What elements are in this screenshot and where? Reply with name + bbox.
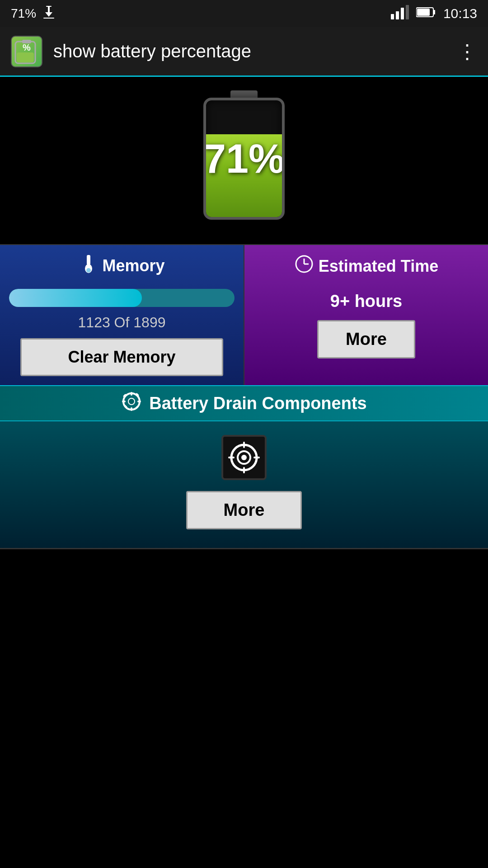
two-column-section: Memory 1123 Of 1899 Clear Memory Estimat… (0, 244, 488, 385)
svg-point-17 (86, 268, 91, 273)
svg-rect-10 (417, 9, 430, 16)
svg-rect-26 (122, 401, 126, 402)
drain-content: More (0, 421, 488, 548)
svg-rect-7 (406, 5, 409, 19)
svg-rect-6 (401, 8, 404, 19)
clear-memory-button[interactable]: Clear Memory (20, 338, 223, 376)
svg-marker-2 (45, 12, 52, 17)
estimated-label: Estimated Time (319, 257, 438, 276)
svg-rect-1 (48, 6, 50, 13)
estimated-time: 9+ hours (330, 292, 402, 311)
memory-label: Memory (102, 256, 164, 275)
memory-progress-fill (9, 289, 142, 307)
download-icon (42, 5, 56, 23)
app-icon: % (11, 36, 42, 67)
signal-icon (391, 5, 409, 23)
svg-rect-5 (396, 11, 399, 19)
brush-icon (79, 254, 98, 277)
svg-rect-25 (131, 407, 132, 411)
svg-rect-3 (43, 18, 54, 19)
memory-panel: Memory 1123 Of 1899 Clear Memory (0, 245, 244, 385)
clock-icon (294, 254, 314, 278)
battery-display: 71% (0, 77, 488, 244)
drain-header-label: Battery Drain Components (149, 394, 366, 413)
time-display: 10:13 (443, 6, 477, 21)
memory-progress-bar (9, 289, 235, 307)
battery-body: 71% (203, 98, 285, 220)
svg-rect-15 (87, 255, 90, 265)
battery-visual: 71% (199, 90, 289, 226)
gps-icon-container (221, 435, 267, 480)
svg-rect-24 (131, 392, 132, 396)
gear-icon (121, 391, 142, 416)
svg-point-22 (129, 399, 134, 404)
battery-cap (230, 90, 258, 98)
svg-rect-4 (391, 14, 394, 19)
svg-rect-9 (433, 10, 435, 14)
estimated-panel: Estimated Time 9+ hours More (244, 245, 488, 385)
app-bar: % show battery percentage ⋮ (0, 27, 488, 77)
estimated-more-button[interactable]: More (317, 320, 415, 359)
memory-ratio: 1123 Of 1899 (78, 314, 166, 331)
overflow-menu-icon[interactable]: ⋮ (457, 40, 477, 63)
battery-percent-status: 71% (11, 6, 36, 21)
estimated-header: Estimated Time (294, 254, 438, 283)
divider (0, 548, 488, 549)
drain-more-button[interactable]: More (186, 491, 302, 529)
battery-percentage: 71% (203, 136, 285, 182)
status-right: 10:13 (391, 5, 477, 23)
drain-header: Battery Drain Components (0, 385, 488, 421)
svg-text:%: % (23, 42, 31, 52)
memory-header: Memory (79, 254, 164, 282)
status-left: 71% (11, 5, 56, 23)
battery-icon (416, 6, 436, 22)
svg-point-34 (241, 455, 247, 460)
status-bar: 71% 10:13 (0, 0, 488, 27)
svg-rect-13 (17, 52, 34, 62)
app-title: show battery percentage (53, 41, 446, 61)
svg-rect-27 (137, 401, 141, 402)
